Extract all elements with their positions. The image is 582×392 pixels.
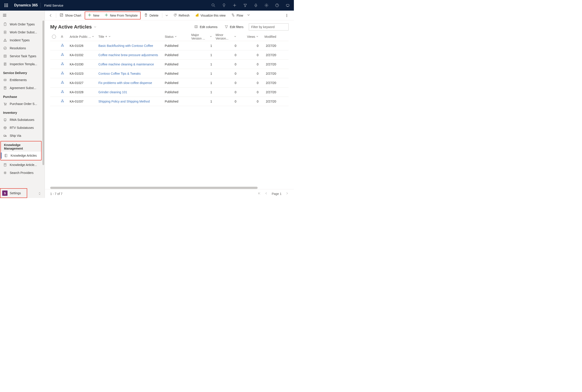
svg-point-8	[7, 6, 8, 7]
gear-icon[interactable]	[261, 0, 272, 10]
view-selector[interactable]: My Active Articles	[50, 24, 97, 30]
prev-page-button[interactable]	[265, 192, 268, 196]
title-link[interactable]: Grinder cleaning 101	[98, 90, 127, 94]
hierarchy-icon[interactable]	[61, 44, 64, 48]
hierarchy-icon[interactable]	[61, 100, 64, 104]
flow-button[interactable]: Flow	[229, 12, 253, 19]
app-launcher-icon[interactable]	[1, 0, 12, 10]
cell-pub: KA-01037	[68, 100, 97, 103]
title-link[interactable]: Basic Backflushing with Contoso Coffee	[98, 44, 153, 48]
title-link[interactable]: Shipping Policy and Shipping Method	[98, 100, 150, 103]
table-row[interactable]: KA-01037Shipping Policy and Shipping Met…	[50, 97, 289, 106]
filter-keyword-input[interactable]	[249, 24, 289, 30]
document-icon	[3, 86, 7, 90]
sidebar-item-rma-substatuses[interactable]: RMA Substatuses	[0, 116, 42, 124]
cell-modified: 2/27/20	[260, 100, 278, 103]
sidebar-item-search-providers[interactable]: Search Providers	[0, 169, 42, 177]
col-views[interactable]: Views	[238, 35, 260, 38]
hierarchy-icon[interactable]	[61, 53, 64, 57]
search-input[interactable]	[251, 25, 286, 29]
hierarchy-icon[interactable]	[61, 62, 64, 66]
col-article-public[interactable]: Article Public ...	[68, 35, 97, 38]
cell-status: Published	[163, 90, 190, 94]
sidebar-item-work-order-subst[interactable]: Work Order Subst...	[0, 28, 42, 36]
sidebar-item-purchase-order-s[interactable]: Purchase Order S...	[0, 100, 42, 108]
sidebar-item-inspection-templates[interactable]: Inspection Templa...	[0, 60, 42, 68]
bell-icon[interactable]	[251, 0, 261, 10]
plus-icon[interactable]	[229, 0, 240, 10]
delete-split-chevron[interactable]	[163, 12, 170, 19]
edit-filters-button[interactable]: Edit filters	[223, 24, 245, 30]
table-row[interactable]: KA-01032Coffee machine brew pressure adj…	[50, 50, 289, 60]
help-icon[interactable]	[272, 0, 282, 10]
title-link[interactable]: Fix problems with slow coffee dispense	[98, 81, 152, 85]
hierarchy-icon[interactable]	[61, 81, 64, 85]
col-modified[interactable]: Modified	[260, 35, 278, 38]
svg-point-28	[5, 172, 6, 173]
hierarchy-icon[interactable]	[61, 72, 64, 76]
hierarchy-col-header[interactable]	[59, 35, 68, 38]
search-icon[interactable]	[208, 0, 219, 10]
cell-modified: 2/27/20	[260, 53, 278, 57]
col-major-version[interactable]: Major Version ...	[190, 33, 214, 40]
table-row[interactable]: KA-01028Grinder cleaning 101Published100…	[50, 88, 289, 97]
new-button[interactable]: New	[85, 12, 102, 19]
table-row[interactable]: KA-01023Contoso Coffee Tips & TweaksPubl…	[50, 69, 289, 78]
cell-views: 0	[238, 90, 260, 94]
back-button[interactable]	[46, 12, 55, 19]
hamburger-icon[interactable]	[3, 13, 7, 18]
page-label: Page 1	[272, 192, 281, 196]
sidebar-scrollbar[interactable]	[43, 20, 45, 188]
sidebar-item-entitlements[interactable]: Entitlements	[0, 76, 42, 84]
title-link[interactable]: Coffee machine cleaning & maintenance	[98, 62, 154, 66]
show-chart-button[interactable]: Show Chart	[57, 12, 84, 19]
cart-icon	[3, 102, 7, 106]
sidebar-item-knowledge-article-templates[interactable]: Knowledge Article...	[0, 161, 42, 169]
area-switch-icon[interactable]	[38, 192, 41, 196]
sidebar-item-label: Service Task Types	[10, 54, 36, 58]
sidebar-item-work-order-types[interactable]: Work Order Types	[0, 20, 42, 28]
sidebar-item-knowledge-articles[interactable]: Knowledge Articles	[1, 152, 41, 160]
lightbulb-icon[interactable]	[219, 0, 229, 10]
edit-columns-button[interactable]: Edit columns	[193, 24, 219, 30]
table-row[interactable]: KA-01030Coffee machine cleaning & mainte…	[50, 60, 289, 69]
table-row[interactable]: KA-01027Fix problems with slow coffee di…	[50, 78, 289, 88]
col-title[interactable]: Title	[97, 35, 163, 38]
chevron-down-icon	[94, 24, 97, 30]
new-from-template-button[interactable]: New From Template	[102, 12, 140, 19]
cell-status: Published	[163, 100, 190, 103]
assistant-icon[interactable]	[282, 0, 293, 10]
svg-rect-27	[4, 164, 6, 166]
title-link[interactable]: Contoso Coffee Tips & Tweaks	[98, 72, 141, 75]
module-label[interactable]: Field Service	[41, 4, 67, 7]
table-row[interactable]: KA-01026Basic Backflushing with Contoso …	[50, 41, 289, 50]
sidebar-item-resolutions[interactable]: Resolutions	[0, 44, 42, 52]
more-commands-button[interactable]	[282, 12, 291, 19]
cell-major: 1	[190, 44, 214, 48]
first-page-button[interactable]	[258, 192, 261, 196]
area-switcher[interactable]: S Settings	[0, 188, 27, 198]
sidebar-item-incident-types[interactable]: Incident Types	[0, 36, 42, 44]
cell-major: 1	[190, 53, 214, 57]
record-count: 1 - 7 of 7	[50, 192, 62, 196]
col-minor-version[interactable]: Minor Version...	[214, 33, 238, 40]
return-icon	[3, 118, 7, 122]
filter-icon[interactable]	[240, 0, 251, 10]
view-header: My Active Articles Edit columns Edit fil…	[45, 20, 294, 32]
visualize-button[interactable]: Visualize this view	[193, 12, 228, 19]
sidebar-item-rtv-substatuses[interactable]: RTV Substatuses	[0, 124, 42, 132]
sidebar-item-agreement-subst[interactable]: Agreement Subst...	[0, 84, 42, 92]
col-status[interactable]: Status	[163, 35, 190, 38]
sidebar-item-ship-via[interactable]: Ship Via	[0, 132, 42, 140]
delete-button[interactable]: Delete	[142, 12, 161, 19]
refresh-button[interactable]: Refresh	[171, 12, 192, 19]
grid-horizontal-scrollbar[interactable]	[50, 186, 289, 189]
next-page-button[interactable]	[285, 192, 289, 196]
cell-status: Published	[163, 72, 190, 75]
sidebar-item-service-task-types[interactable]: Service Task Types	[0, 52, 42, 60]
title-link[interactable]: Coffee machine brew pressure adjustments	[98, 53, 158, 57]
brand-label[interactable]: Dynamics 365	[12, 3, 41, 7]
cmd-label: Show Chart	[65, 14, 81, 17]
hierarchy-icon[interactable]	[61, 90, 64, 94]
select-all[interactable]	[50, 35, 59, 39]
